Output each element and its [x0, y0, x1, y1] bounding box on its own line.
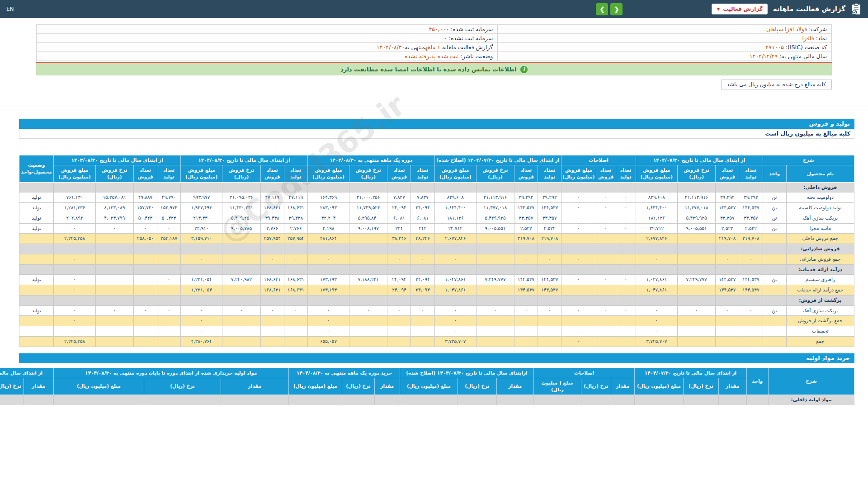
info-cell-left: گزارش فعالیت ماهانه ۱ ماههمنتهی به۱۴۰۴/۰…: [37, 43, 498, 52]
value-cell: ۴,۰۲۳,۷۹۹: [95, 213, 133, 223]
data-row: تخفیفات۰۰۰۰۰۰: [19, 326, 854, 337]
value-cell: [349, 264, 387, 275]
value-cell: ۱۱,۳۷۷,۰۱۸: [476, 203, 514, 213]
status-cell: [19, 234, 54, 244]
product-name-cell: جمع برگشت از فروش: [786, 316, 854, 326]
unit-cell: [763, 234, 786, 244]
value-cell: ۰: [133, 223, 157, 234]
value-cell: [95, 234, 133, 244]
sub-col-header: مقدار: [24, 378, 53, 394]
info-value: فافزا: [802, 35, 814, 42]
value-cell: ۲,۲۴۵,۳۵۸: [54, 234, 95, 244]
unit-cell: تن: [763, 223, 786, 234]
sub-col-header: مبلغ فروش (میلیون ریال): [561, 165, 596, 182]
value-cell: [133, 316, 157, 326]
product-name-cell: جمع درآمد ارائه خدمات: [786, 285, 854, 296]
product-name-cell: راهبری سیستم: [786, 275, 854, 285]
report-type-select[interactable]: گزارش فعالیت ▼: [712, 4, 767, 14]
value-cell: ۲۱۳,۳۳۰: [181, 213, 222, 223]
sub-col-header: تعداد فروش: [387, 165, 411, 182]
info-label: شرکت:: [807, 26, 827, 33]
status-cell: [19, 264, 54, 275]
status-cell: تولید: [19, 213, 54, 223]
info-cell-left: سرمایه ثبت شده: ۴۵۰,۰۰۰: [37, 25, 498, 34]
value-cell: [181, 244, 222, 254]
value-cell: [561, 264, 596, 275]
value-cell: ۰: [476, 305, 514, 316]
chevron-down-icon: ▼: [717, 7, 720, 11]
value-cell: ۱۵,۲۵۷,۰۸۱: [95, 192, 133, 203]
value-cell: [716, 295, 739, 305]
value-cell: [387, 244, 411, 254]
value-cell: [133, 295, 157, 305]
value-cell: [307, 244, 349, 254]
value-cell: [514, 182, 538, 192]
value-cell: ۰: [434, 254, 476, 264]
unit-cell: [763, 244, 786, 254]
value-cell: [596, 244, 616, 254]
value-cell: ۰: [596, 305, 616, 316]
value-cell: ۰: [260, 254, 284, 264]
value-cell: [349, 295, 387, 305]
value-cell: [95, 254, 133, 264]
value-cell: [596, 295, 616, 305]
value-cell: [349, 326, 387, 337]
value-cell: [747, 395, 769, 405]
value-cell: [616, 336, 636, 347]
name-col-header: نام محصول: [786, 165, 854, 182]
value-cell: ۰: [157, 223, 181, 234]
value-cell: ۰: [596, 203, 616, 213]
value-cell: ۰: [54, 326, 95, 337]
value-cell: ۰: [284, 305, 307, 316]
value-cell: [716, 326, 739, 337]
group-header: اصلاحات: [561, 155, 636, 165]
value-cell: ۱۴۴,۵۳۷: [739, 275, 763, 285]
section-row: درآمد ارائه خدمات:: [19, 264, 854, 275]
value-cell: [476, 285, 514, 296]
value-cell: [538, 295, 561, 305]
clipboard-report-icon: [851, 3, 862, 15]
value-cell: ۰: [561, 326, 596, 337]
value-cell: ۳۲,۲۰۴: [307, 213, 349, 223]
value-cell: [0, 395, 24, 405]
value-cell: [561, 182, 596, 192]
value-cell: [222, 316, 260, 326]
value-cell: ۰: [157, 275, 181, 285]
en-language-link[interactable]: EN: [6, 6, 14, 12]
value-cell: [133, 285, 157, 296]
value-cell: ۱۴۴,۵۳۷: [538, 275, 561, 285]
previous-report-button[interactable]: ❮: [610, 3, 623, 15]
value-cell: [514, 326, 538, 337]
content-divider: [0, 107, 868, 107]
value-cell: [157, 264, 181, 275]
info-label: کد صنعت (ISIC):: [784, 44, 827, 51]
info-value: ۲۷۱۰۰۵: [766, 44, 784, 51]
unit-cell: [763, 182, 786, 192]
value-cell: ۲۵۳,۱۸۷: [157, 234, 181, 244]
next-report-button[interactable]: ❯: [596, 3, 608, 15]
value-cell: [434, 264, 476, 275]
value-cell: ۵,۴۲۹,۹۲۵: [678, 213, 716, 223]
value-cell: ۰: [538, 254, 561, 264]
sub-col-header: نرخ (ریال): [458, 378, 496, 394]
value-cell: ۱۴۴,۵۳۷: [514, 203, 538, 213]
value-cell: ۲۱۹,۷۰۸: [514, 234, 538, 244]
value-cell: [222, 295, 260, 305]
value-cell: [349, 316, 387, 326]
value-cell: [616, 326, 636, 337]
value-cell: [739, 264, 763, 275]
value-cell: [222, 182, 260, 192]
value-cell: [636, 264, 677, 275]
data-row: راهبری سیستمتن۱۴۴,۵۳۷۱۴۴,۵۳۷۷,۲۴۹,۷۷۷۱,۰…: [19, 275, 854, 285]
value-cell: [434, 295, 476, 305]
value-cell: ۳۹,۴۳۸: [260, 213, 284, 223]
page-title: گزارش فعالیت ماهانه: [773, 5, 845, 13]
value-cell: [538, 264, 561, 275]
value-cell: [678, 182, 716, 192]
value-cell: [157, 254, 181, 264]
value-cell: ۰: [561, 213, 596, 223]
value-cell: ۱۶۴,۳۶۹: [307, 192, 349, 203]
unit-cell: [763, 316, 786, 326]
value-cell: [514, 336, 538, 347]
sub-col-header: نرخ فروش (ریال): [95, 165, 133, 182]
